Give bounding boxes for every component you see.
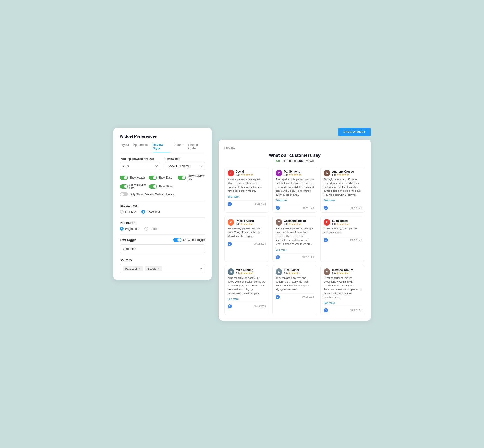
- rating-row: 5.0 ★★★★★: [284, 223, 314, 226]
- review-text: Great company, great people, and great w…: [324, 227, 362, 234]
- see-more-link[interactable]: See more: [324, 302, 335, 304]
- avatar: J: [228, 170, 234, 176]
- sources-box: Facebook ✕ Google ✕ ▾: [120, 264, 205, 273]
- reviewer-name: Mike Austing: [236, 268, 266, 272]
- star-3: ★: [342, 173, 344, 176]
- toggle-date-switch[interactable]: [149, 176, 157, 180]
- toggle-show-date: Show Date: [149, 174, 176, 181]
- toggle-avatar-switch[interactable]: [120, 176, 128, 180]
- text-toggle-row: Text Toggle Show Text Toggle: [120, 238, 205, 242]
- divider-2: [120, 217, 205, 218]
- see-more-link[interactable]: See more: [228, 195, 239, 198]
- star-5: ★: [251, 272, 253, 275]
- card-date: 09/18/2023: [302, 296, 314, 298]
- review-card: P Phyllis Acord 5.0 ★★★★★ We are very pl…: [224, 216, 269, 262]
- toggle-stars-switch[interactable]: [149, 184, 157, 189]
- review-text: Kline recently replaced our 3 decks with…: [228, 276, 266, 295]
- toggle-review-site-2-label: Show Review Site: [129, 183, 147, 190]
- star-3: ★: [294, 223, 296, 226]
- star-5: ★: [347, 173, 349, 176]
- remove-google-icon[interactable]: ✕: [158, 267, 160, 270]
- radio-short-text-label: Short Text: [146, 210, 160, 214]
- rating-value: 5.0: [276, 159, 280, 162]
- rating-row: 5.0 ★★★★★: [236, 223, 266, 226]
- reviewer-row: M Matthew Krauza 5.0 ★★★★★: [324, 268, 362, 275]
- radio-pagination[interactable]: Pagination: [120, 227, 139, 231]
- see-more-link[interactable]: See more: [228, 297, 239, 300]
- stars: ★★★★★: [241, 272, 253, 275]
- tab-layout[interactable]: Layout: [120, 143, 129, 152]
- source-tag-facebook: Facebook ✕: [123, 266, 143, 271]
- card-footer: G 09/18/2023: [276, 293, 314, 299]
- star-2: ★: [339, 272, 341, 275]
- form-row-top: Padding between reviews 7 Px Review Box …: [120, 157, 205, 170]
- rating-row: 5.0 ★★★★★: [284, 272, 314, 275]
- reviewer-info: Luan Tufani 5.0 ★★★★★: [332, 219, 362, 226]
- reviewer-name: Joe M: [236, 170, 266, 173]
- stars: ★★★★★: [289, 272, 301, 275]
- rating-row: 5.0 ★★★★★: [332, 173, 362, 176]
- star-4: ★: [344, 173, 347, 176]
- radio-full-text[interactable]: Full Text: [120, 210, 136, 214]
- radio-button-circle: [145, 227, 148, 231]
- stars: ★★★★★: [289, 223, 301, 226]
- radio-button[interactable]: Button: [145, 227, 159, 231]
- tab-appearance[interactable]: Appaeence: [133, 143, 149, 152]
- star-1: ★: [289, 173, 291, 176]
- rating-val: 5.0: [236, 272, 240, 275]
- see-more-link[interactable]: See more: [276, 199, 287, 202]
- review-box-select[interactable]: Show Full Name: [165, 162, 205, 170]
- see-more-input[interactable]: [120, 244, 205, 253]
- review-card: A Anthony Crespo 5.0 ★★★★★ Strongly reco…: [320, 167, 365, 213]
- rating-val: 5.0: [284, 272, 288, 275]
- only-profile-toggle[interactable]: [120, 192, 128, 196]
- tab-source[interactable]: Source: [174, 143, 184, 152]
- rating-val: 5.0: [284, 223, 288, 225]
- card-date: 10/12/2023: [254, 242, 266, 245]
- padding-group: Padding between reviews 7 Px: [120, 157, 160, 170]
- reviewer-name: Pat Symons: [284, 170, 314, 173]
- review-text: Had a great experience getting a new roo…: [276, 227, 314, 246]
- review-text-radio-group: Full Text Short Text: [120, 210, 205, 214]
- radio-short-text[interactable]: Short Text: [141, 210, 160, 214]
- save-btn-row: SAVE WIDGET: [219, 128, 371, 136]
- card-footer: G 10/30/2023: [228, 200, 266, 206]
- stars: ★★★★★: [241, 223, 253, 226]
- toggle-grid: Show Avatar Show Date Show Review Site S…: [120, 174, 205, 190]
- show-text-toggle-label: Show Text Toggle: [183, 238, 205, 241]
- only-profile-row: Only Show Reviews With Profile Pic: [120, 192, 205, 196]
- card-date: 10/27/2023: [302, 207, 314, 209]
- tab-embed-code[interactable]: Embed Code: [188, 143, 205, 152]
- star-4: ★: [296, 173, 298, 176]
- star-1: ★: [241, 173, 243, 176]
- see-more-link[interactable]: See more: [324, 199, 335, 202]
- remove-facebook-icon[interactable]: ✕: [139, 267, 141, 270]
- see-more-link[interactable]: See more: [276, 248, 287, 251]
- star-2: ★: [339, 223, 341, 226]
- rating-row: 5.0 ★★★★★: [284, 173, 314, 176]
- star-1: ★: [289, 272, 291, 275]
- tab-review-style[interactable]: Review Style: [153, 143, 170, 152]
- padding-select[interactable]: 7 Px: [120, 162, 160, 170]
- preview-panel: Preview What our customers say 5.0 ratin…: [219, 139, 371, 321]
- card-date: 09/20/2023: [350, 239, 362, 241]
- save-widget-button[interactable]: SAVE WIDGET: [338, 128, 371, 136]
- toggle-review-site-2-switch[interactable]: [120, 184, 128, 189]
- reviewer-info: Matthew Krauza 5.0 ★★★★★: [332, 268, 362, 275]
- avatar: P: [276, 170, 282, 176]
- tabs-row: Layout Appaeence Review Style Source Emb…: [120, 143, 205, 152]
- card-footer: G 10/26/2023: [324, 204, 362, 210]
- card-footer: G 10/21/2023: [276, 254, 314, 259]
- star-4: ★: [296, 272, 298, 275]
- card-footer: G 10/06/2023: [324, 307, 362, 312]
- star-2: ★: [243, 173, 245, 176]
- sources-expand-icon[interactable]: ▾: [201, 267, 202, 271]
- stars: ★★★★★: [337, 173, 349, 176]
- reviews-label: reviews: [303, 159, 314, 162]
- show-text-toggle-switch[interactable]: [173, 238, 181, 242]
- reviewer-row: L Lisa Baxter 5.0 ★★★★★: [276, 268, 314, 275]
- toggle-review-site-1-switch[interactable]: [178, 176, 186, 180]
- rating-val: 5.0: [332, 272, 336, 275]
- reviewer-row: J Joe M 5.0 ★★★★★: [228, 170, 266, 176]
- card-date: 10/30/2023: [254, 203, 266, 205]
